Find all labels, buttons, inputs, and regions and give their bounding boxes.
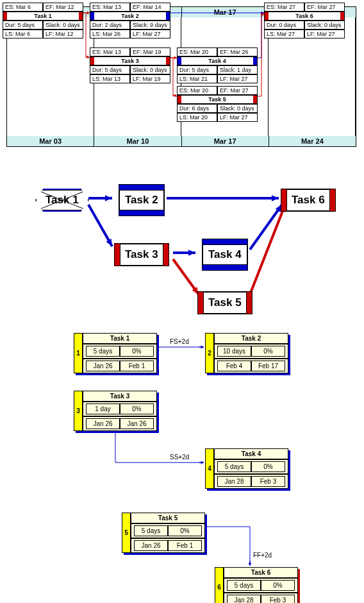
node-task-5: Task 5	[202, 291, 248, 314]
svg-line-26	[250, 205, 285, 294]
node-task-3: Task 3	[119, 243, 165, 266]
svg-line-24	[250, 205, 282, 250]
network-diagram: Task 1Task 2Task 3Task 4Task 5Task 6	[6, 166, 355, 320]
node-task-2: Task 2	[119, 189, 165, 212]
svg-line-16	[88, 205, 112, 246]
detail-task-1: 1Task 15 days0%Jan 26Feb 1	[74, 333, 157, 373]
svg-text:FS+2d: FS+2d	[170, 338, 189, 345]
detail-diagram: FS+2dSS+2dFF+2d 1Task 15 days0%Jan 26Feb…	[6, 333, 355, 602]
task-box-task-5: ES: Mar 20EF: Mar 27Task 5Dur: 6 daysSla…	[177, 86, 258, 122]
task-box-task-2: ES: Mar 13EF: Mar 14Task 2Dur: 2 daysSla…	[90, 3, 170, 38]
svg-marker-31	[201, 346, 204, 349]
node-task-1: Task 1	[35, 189, 89, 212]
svg-line-22	[173, 259, 199, 294]
svg-text:FF+2d: FF+2d	[253, 552, 272, 559]
timeline-header-bottom: Mar 03Mar 10Mar 17Mar 24	[7, 136, 356, 146]
task-box-task-6: ES: Mar 27EF: Mar 27Task 6Dur: 0 daysSla…	[264, 3, 345, 38]
task-box-task-1: ES: Mar 6EF: Mar 12Task 1Dur: 5 daysSlac…	[3, 3, 83, 38]
detail-task-4: 4Task 45 days0%Jan 28Feb 3	[205, 448, 288, 489]
svg-line-28	[37, 190, 88, 210]
svg-marker-17	[106, 239, 112, 246]
svg-marker-21	[188, 250, 195, 255]
task-box-task-4: ES: Mar 20EF: Mar 26Task 4Dur: 5 daysSla…	[177, 47, 258, 83]
detail-task-3: 3Task 31 day0%Jan 26Jan 26	[74, 391, 157, 431]
task-box-task-3: ES: Mar 13EF: Mar 19Task 3Dur: 5 daysSla…	[90, 47, 170, 83]
node-task-4: Task 4	[202, 243, 248, 266]
svg-marker-34	[201, 461, 204, 464]
detail-task-6: 6Task 65 days0%Jan 28Feb 3	[215, 567, 298, 603]
svg-marker-19	[272, 195, 279, 201]
node-task-6: Task 6	[285, 189, 331, 212]
svg-marker-37	[249, 563, 252, 566]
detail-task-2: 2Task 210 days0%Feb 4Feb 17	[205, 333, 288, 373]
svg-line-29	[37, 190, 88, 210]
timeline: Mar 03Mar 10Mar 17Mar 24 ES: Mar 6EF: Ma…	[6, 6, 356, 147]
svg-marker-15	[105, 195, 112, 201]
svg-text:SS+2d: SS+2d	[170, 454, 189, 461]
detail-task-5: 5Task 55 days0%Jan 26Feb 1	[122, 513, 205, 553]
